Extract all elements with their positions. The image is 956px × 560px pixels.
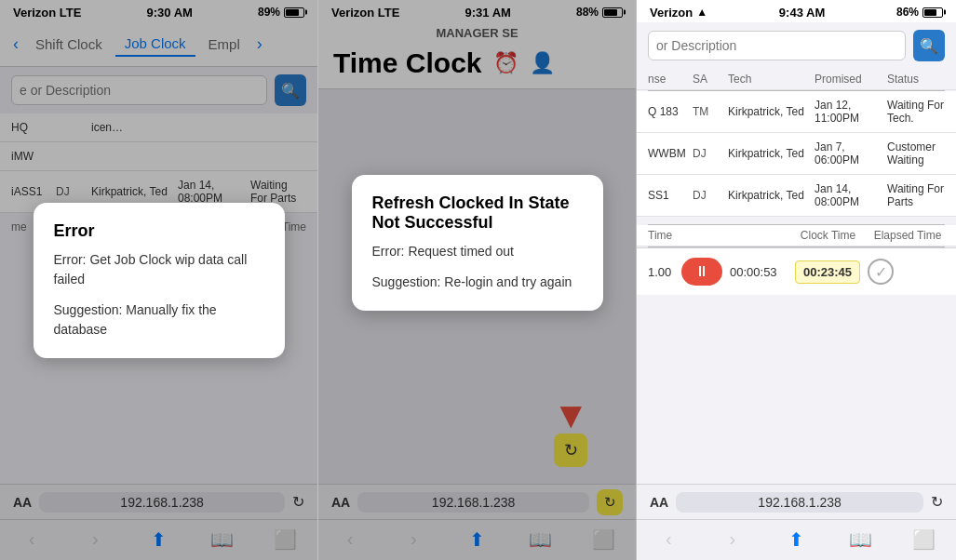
status-bar-right: Verizon ▲ 9:43 AM 86% bbox=[637, 0, 956, 22]
clock-label2: Clock Time bbox=[793, 229, 863, 242]
clock-data-row-right: 1.00 ⏸ 00:00:53 00:23:45 ✓ bbox=[637, 247, 956, 295]
col-header-promised: Promised bbox=[815, 73, 880, 86]
time-right: 9:43 AM bbox=[779, 6, 825, 20]
pause-icon: ⏸ bbox=[694, 263, 709, 280]
search-button-right[interactable]: 🔍 bbox=[913, 30, 945, 61]
mid-phone: Verizon LTE 9:31 AM 88% MANAGER SE Time … bbox=[318, 0, 637, 560]
clock-label3: Elapsed Time bbox=[870, 229, 945, 242]
battery-right: 86% bbox=[896, 6, 919, 19]
address-input-right[interactable]: 192.168.1.238 bbox=[676, 492, 923, 513]
modal-body-left: Error: Get Job Clock wip data call faile… bbox=[54, 250, 264, 340]
col-header-nse: nse bbox=[648, 73, 685, 86]
modal-title-mid: Refresh Clocked In State Not Successful bbox=[372, 193, 583, 233]
right-row-1[interactable]: WWBM DJ Kirkpatrick, Ted Jan 7, 06:00PM … bbox=[637, 133, 956, 175]
clock-number: 1.00 bbox=[648, 265, 674, 279]
check-icon: ✓ bbox=[875, 263, 887, 281]
clock-label-row-right: Time Clock Time Elapsed Time bbox=[637, 225, 956, 247]
nav-fwd-btn-right[interactable]: › bbox=[714, 528, 751, 550]
col-header-status: Status bbox=[887, 73, 945, 86]
right-row-0[interactable]: Q 183 TM Kirkpatrick, Ted Jan 12, 11:00P… bbox=[637, 91, 956, 133]
col-headers-right: nse SA Tech Promised Status bbox=[637, 69, 956, 90]
battery-icon-right bbox=[922, 7, 943, 18]
reload-btn-right[interactable]: ↻ bbox=[931, 493, 943, 511]
modal-overlay-mid: Refresh Clocked In State Not Successful … bbox=[318, 0, 636, 560]
modal-title-left: Error bbox=[54, 221, 264, 241]
col-header-tech: Tech bbox=[728, 73, 807, 86]
modal-line1-mid: Error: Request timed out bbox=[372, 242, 583, 261]
wifi-icon-right: ▲ bbox=[696, 6, 707, 19]
modal-overlay-left: Error Error: Get Job Clock wip data call… bbox=[0, 0, 317, 560]
carrier-right: Verizon bbox=[650, 6, 693, 20]
search-icon-right: 🔍 bbox=[920, 37, 938, 55]
right-phone: Verizon ▲ 9:43 AM 86% 🔍 nse SA Tech Prom… bbox=[637, 0, 956, 560]
share-btn-right[interactable]: ⬆ bbox=[777, 528, 815, 551]
modal-line1-left: Error: Get Job Clock wip data call faile… bbox=[54, 250, 264, 289]
modal-line2-left: Suggestion: Manually fix the database bbox=[54, 300, 264, 340]
book-btn-right[interactable]: 📖 bbox=[842, 528, 879, 551]
modal-box-mid: Refresh Clocked In State Not Successful … bbox=[352, 175, 603, 311]
clock-pause-btn[interactable]: ⏸ bbox=[681, 258, 722, 286]
elapsed-time-value: 00:23:45 bbox=[795, 260, 860, 284]
left-phone: Verizon LTE 9:30 AM 89% ‹ Shift Clock Jo… bbox=[0, 0, 318, 560]
modal-body-mid: Error: Request timed out Suggestion: Re-… bbox=[372, 242, 583, 292]
modal-line2-mid: Suggestion: Re-login and try again bbox=[372, 273, 583, 292]
modal-box-left: Error Error: Get Job Clock wip data call… bbox=[34, 203, 285, 358]
search-input-right[interactable] bbox=[648, 31, 906, 60]
right-row-2[interactable]: SS1 DJ Kirkpatrick, Ted Jan 14, 08:00PM … bbox=[637, 175, 956, 217]
col-header-sa: SA bbox=[693, 73, 720, 86]
address-bar-right: AA 192.168.1.238 ↻ bbox=[637, 484, 956, 519]
aa-label-right: AA bbox=[650, 495, 668, 510]
nav-back-btn-right[interactable]: ‹ bbox=[650, 528, 687, 550]
bottom-nav-right: ‹ › ⬆ 📖 ⬜ bbox=[637, 519, 956, 560]
search-bar-right: 🔍 bbox=[637, 22, 956, 69]
check-circle-btn[interactable]: ✓ bbox=[868, 259, 894, 285]
clock-label1: Time bbox=[648, 229, 786, 242]
tabs-btn-right[interactable]: ⬜ bbox=[906, 528, 943, 551]
clock-time-value: 00:00:53 bbox=[730, 265, 788, 279]
